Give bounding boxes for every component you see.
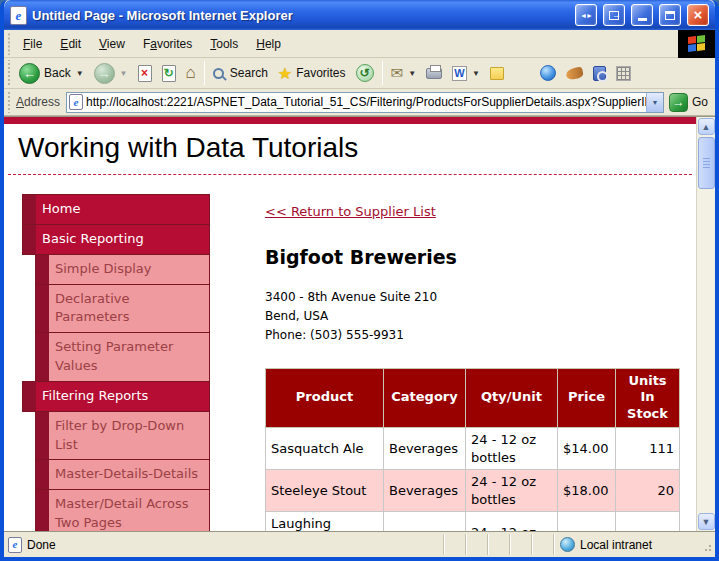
sidebar-item-accent [36, 255, 49, 284]
cell-units_in_stock: 111 [616, 428, 680, 470]
addon-button[interactable] [561, 60, 588, 87]
sidebar-item[interactable]: Filter by Drop-Down List [35, 411, 210, 461]
minimize-button[interactable] [631, 4, 653, 26]
cell-product: Sasquatch Ale [266, 428, 384, 470]
scroll-up-button[interactable]: ▲ [698, 118, 715, 135]
edit-dropdown-arrow[interactable]: ▼ [472, 69, 480, 78]
cell-price: $14.00 [558, 428, 616, 470]
vertical-scrollbar[interactable]: ▲ ▼ [696, 117, 715, 531]
column-header: Product [266, 368, 384, 428]
forward-dropdown-arrow[interactable]: ▼ [120, 69, 128, 78]
browser-viewport: Working with Data Tutorials HomeBasic Re… [4, 116, 715, 531]
sidebar-item[interactable]: Master/Detail Across Two Pages [35, 489, 210, 531]
search-button[interactable]: Search [208, 60, 273, 87]
sidebar-item-accent [36, 412, 49, 460]
menu-favorites[interactable]: Favorites [134, 33, 201, 55]
messenger-icon [540, 65, 556, 81]
menu-bar-grip[interactable] [6, 32, 11, 55]
cell-category: Beverages [384, 470, 466, 512]
grid-icon [616, 66, 631, 81]
sidebar-item[interactable]: Home [22, 194, 210, 225]
sidebar-nav: HomeBasic ReportingSimple DisplayDeclara… [22, 194, 210, 531]
url-favicon: e [69, 94, 83, 110]
history-button[interactable]: ↺ [351, 60, 379, 87]
sidebar-item-label: Simple Display [49, 255, 209, 284]
go-button[interactable]: → Go [664, 93, 715, 112]
cell-qty_unit: 24 - 12 oz bottles [466, 470, 558, 512]
address-field[interactable]: e http://localhost:2221/ASPNET_Data_Tuto… [66, 92, 664, 113]
sidebar-item[interactable]: Simple Display [35, 254, 210, 285]
column-header: Qty/Unit [466, 368, 558, 428]
close-button[interactable]: × [687, 4, 709, 26]
favorites-star-icon: ★ [278, 64, 292, 83]
scroll-down-button[interactable]: ▼ [698, 513, 715, 530]
address-label: Address [14, 95, 66, 109]
pop-out-button[interactable] [603, 4, 625, 26]
url-text[interactable]: http://localhost:2221/ASPNET_Data_Tutori… [86, 95, 646, 109]
sidebar-item[interactable]: Declarative Parameters [35, 284, 210, 334]
sidebar-item-accent [23, 382, 36, 411]
intranet-globe-icon [560, 537, 575, 552]
back-button[interactable]: ← Back ▼ [14, 60, 89, 87]
maximize-button[interactable] [659, 4, 681, 26]
supplier-name-heading: Bigfoot Breweries [265, 246, 680, 268]
fragments-button[interactable] [611, 60, 636, 87]
resize-horizontal-button[interactable]: ◄► [575, 4, 597, 26]
sidebar-item-label: Master-Details-Details [49, 460, 209, 489]
ie-page-icon: e [10, 6, 27, 25]
status-text: Done [27, 538, 56, 552]
sidebar-item-label: Basic Reporting [36, 225, 209, 254]
address-bar-grip[interactable] [6, 91, 11, 113]
menu-bar: FileEditViewFavoritesToolsHelp [4, 30, 715, 58]
sidebar-item[interactable]: Master-Details-Details [35, 459, 210, 490]
supplier-address-line: 3400 - 8th Avenue Suite 210 [265, 288, 680, 307]
back-dropdown-arrow[interactable]: ▼ [76, 69, 84, 78]
edit-with-word-button[interactable]: W ▼ [447, 60, 485, 87]
print-button[interactable] [421, 60, 447, 87]
page-top-accent-bar [4, 117, 696, 124]
stop-button[interactable]: × [133, 60, 157, 87]
menu-edit[interactable]: Edit [51, 33, 90, 55]
status-pane [443, 534, 465, 555]
sidebar-item[interactable]: Basic Reporting [22, 224, 210, 255]
return-to-supplier-list-link[interactable]: << Return to Supplier List [265, 204, 436, 219]
mail-dropdown-arrow[interactable]: ▼ [408, 69, 416, 78]
cell-qty_unit: 24 - 12 oz bottles [466, 428, 558, 470]
toolbar-grip[interactable] [6, 60, 11, 86]
browser-window: e Untitled Page - Microsoft Internet Exp… [0, 0, 719, 561]
research-button[interactable] [588, 60, 611, 87]
security-zone-label: Local intranet [580, 538, 652, 552]
messenger-button[interactable] [535, 60, 561, 87]
favorites-button[interactable]: ★ Favorites [273, 60, 351, 87]
refresh-button[interactable]: ↻ [157, 60, 181, 87]
menu-tools[interactable]: Tools [201, 33, 247, 55]
menu-help[interactable]: Help [247, 33, 290, 55]
sidebar-item-label: Master/Detail Across Two Pages [49, 490, 209, 531]
home-icon: ⌂ [186, 63, 196, 83]
scrollbar-thumb[interactable] [698, 137, 715, 189]
minimize-icon [638, 18, 647, 21]
supplier-address-line: Bend, USA [265, 307, 680, 326]
maximize-icon [665, 11, 675, 20]
column-header: Category [384, 368, 466, 428]
windows-flag-icon [688, 35, 705, 52]
home-button[interactable]: ⌂ [181, 60, 201, 87]
address-bar: Address e http://localhost:2221/ASPNET_D… [4, 89, 715, 116]
status-pane [509, 534, 531, 555]
mail-button[interactable]: ✉ ▼ [386, 60, 422, 87]
cell-category: Beverages [384, 512, 466, 531]
search-icon [213, 68, 224, 79]
sidebar-item-label: Declarative Parameters [49, 285, 209, 333]
cell-product: Steeleye Stout [266, 470, 384, 512]
sidebar-item[interactable]: Filtering Reports [22, 381, 210, 412]
menu-file[interactable]: File [14, 33, 51, 55]
security-zone-pane: Local intranet [553, 534, 703, 555]
address-dropdown-button[interactable]: ▼ [646, 93, 663, 112]
products-table: ProductCategoryQty/UnitPriceUnits In Sto… [265, 368, 680, 531]
menu-view[interactable]: View [90, 33, 134, 55]
resize-grip[interactable] [703, 532, 715, 557]
discuss-button[interactable] [485, 60, 509, 87]
forward-button[interactable]: → ▼ [89, 60, 133, 87]
sidebar-item[interactable]: Setting Parameter Values [35, 332, 210, 382]
supplier-phone-line: Phone: (503) 555-9931 [265, 326, 680, 345]
